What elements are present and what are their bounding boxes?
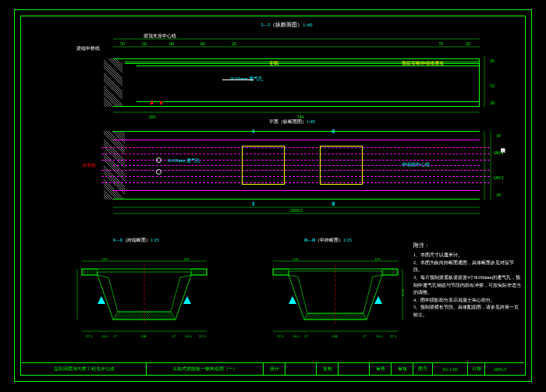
water-mark: 水准桩 bbox=[82, 162, 96, 169]
svg-text:17: 17 bbox=[172, 334, 176, 338]
svg-text:20: 20 bbox=[490, 101, 495, 105]
note-3: 3、每片预制梁底板需设置4个Φ100mm的通气孔，预制中通气孔钢筋与节段内部有冲… bbox=[413, 274, 523, 297]
vent-hole bbox=[156, 169, 161, 175]
svg-text:70: 70 bbox=[438, 41, 443, 46]
svg-text:120: 120 bbox=[183, 257, 190, 261]
cross-section-2: Ⅲ—Ⅲ（中跨断面）1:25 120 120 37.5 10.5 17 158 1… bbox=[265, 242, 406, 343]
plan-seal-label: 伸缩缝中心线 bbox=[402, 161, 430, 168]
yellow-label-1: 变截 bbox=[269, 60, 278, 67]
svg-text:37.5: 37.5 bbox=[277, 334, 284, 338]
box-girder-1: 120 120 37.5 10.5 17 158 17 10.5 37.5 65… bbox=[74, 257, 214, 343]
svg-text:2000/2: 2000/2 bbox=[290, 208, 303, 213]
xsec1-title: Ⅱ—Ⅱ（跨端断面）1:25 bbox=[113, 237, 159, 244]
yellow-label-2: 预留变断伸缩缝通道 bbox=[402, 60, 444, 67]
svg-text:17: 17 bbox=[113, 334, 118, 338]
svg-text:30: 30 bbox=[142, 41, 147, 46]
red-marker bbox=[151, 101, 153, 104]
note-2: 2、本图为纵向跨断面通图，具体断面参见对应节段。 bbox=[413, 260, 523, 274]
box-girder-2: 120 120 37.5 10.5 17 158 17 10.5 37.5 65… bbox=[265, 257, 406, 343]
plan-bottom-dims: 2000/2 bbox=[113, 203, 480, 217]
svg-text:65.4: 65.4 bbox=[401, 289, 405, 296]
svg-text:梁顶支座中心线: 梁顶支座中心线 bbox=[144, 33, 176, 38]
svg-text:120: 120 bbox=[374, 257, 381, 261]
svg-text:120: 120 bbox=[292, 257, 299, 261]
side-label-left: 梁端中桥线 bbox=[76, 45, 100, 52]
svg-text:200: 200 bbox=[149, 115, 156, 119]
svg-text:10.5: 10.5 bbox=[376, 334, 383, 338]
svg-text:20: 20 bbox=[490, 58, 495, 63]
svg-text:10.5: 10.5 bbox=[185, 334, 192, 338]
svg-text:60: 60 bbox=[169, 41, 174, 46]
sheet-no: S5-1-05 bbox=[433, 363, 468, 375]
lbl-review: 审查 bbox=[370, 363, 392, 375]
lbl-date: 日期 bbox=[468, 363, 485, 375]
svg-text:37.5: 37.5 bbox=[390, 334, 397, 338]
svg-text:30: 30 bbox=[496, 192, 501, 197]
yellow-box-2 bbox=[320, 146, 363, 185]
top-dimensions: 50 30 60 60 20 70 20 梁顶支座中心线 bbox=[113, 33, 480, 53]
lbl-check: 复检 bbox=[317, 363, 339, 375]
plan-view: 平面（纵断面图）1:40 Φ100mm 通气孔 伸缩缝中心线 水准桩 Ⅱ Ⅱ Ⅲ… bbox=[113, 125, 480, 214]
svg-text:37.5: 37.5 bbox=[86, 334, 93, 338]
svg-text:50: 50 bbox=[120, 41, 125, 46]
svg-text:52: 52 bbox=[490, 83, 495, 88]
lbl-sheet: 图号 bbox=[413, 363, 433, 375]
red-marker bbox=[160, 101, 162, 104]
elev-right-dims: 20 52 20 bbox=[481, 56, 505, 111]
plan-right-dims: 30 180/2 180/2 30 bbox=[481, 131, 505, 201]
vent-hole bbox=[156, 157, 161, 163]
notes-title: 附注： bbox=[413, 242, 523, 250]
svg-text:10.5: 10.5 bbox=[292, 334, 300, 338]
drawing-name: 头装式梁腹板一般构造图（一） bbox=[147, 363, 264, 375]
svg-text:37.5: 37.5 bbox=[199, 334, 206, 338]
svg-text:20: 20 bbox=[466, 41, 470, 46]
lbl-approve: 审核 bbox=[392, 363, 413, 375]
svg-text:158: 158 bbox=[140, 334, 147, 338]
svg-text:17: 17 bbox=[304, 334, 309, 338]
svg-text:180/2: 180/2 bbox=[493, 175, 504, 180]
svg-text:17: 17 bbox=[363, 334, 367, 338]
yellow-box-1 bbox=[242, 146, 285, 185]
svg-text:158: 158 bbox=[332, 334, 338, 338]
note-1: 1、本图尺寸以厘米计。 bbox=[413, 252, 523, 260]
section-mark-2: Ⅱ bbox=[252, 129, 254, 135]
elevation-view: Ⅰ—ⅠⅠ—Ⅰ（纵断面图）1:40（纵断面图）1:40 50 30 60 60 2… bbox=[113, 23, 480, 117]
notes-block: 附注： 1、本图尺寸以厘米计。 2、本图为纵向跨断面通图，具体断面参见对应节段。… bbox=[413, 242, 523, 320]
svg-text:180/2: 180/2 bbox=[493, 150, 504, 155]
cross-section-1: Ⅱ—Ⅱ（跨端断面）1:25 120 120 37.5 10.5 17 158 1… bbox=[74, 242, 214, 343]
svg-text:30: 30 bbox=[496, 133, 501, 138]
section-mark-3: Ⅲ bbox=[332, 129, 335, 135]
date-val: 2003.5 bbox=[485, 363, 515, 375]
xsec2-title: Ⅲ—Ⅲ（中跨断面）1:25 bbox=[304, 237, 352, 244]
svg-text:120: 120 bbox=[101, 257, 108, 261]
plan-title: 平面（纵断面图）1:40 bbox=[269, 118, 315, 125]
elevation-title: Ⅰ—ⅠⅠ—Ⅰ（纵断面图）1:40（纵断面图）1:40 bbox=[261, 21, 312, 29]
vent-arrow bbox=[222, 79, 254, 80]
title-block: 岳阳洞庭湖大桥工程北岸公路 头装式梁腹板一般构造图（一） 设计 复检 审查 审核… bbox=[22, 362, 524, 375]
svg-text:10.5: 10.5 bbox=[101, 334, 108, 338]
vent-label-plan: Φ100mm 通气孔 bbox=[168, 157, 200, 164]
svg-text:20: 20 bbox=[232, 41, 236, 46]
project-name: 岳阳洞庭湖大桥工程北岸公路 bbox=[22, 363, 147, 375]
note-4: 4、图中阴影部分表示混凝土实心部分。 bbox=[413, 297, 523, 305]
svg-text:60: 60 bbox=[200, 41, 205, 46]
lbl-design: 设计 bbox=[264, 363, 285, 375]
svg-text:65.4: 65.4 bbox=[74, 289, 75, 296]
note-5: 5、预制梁横长节段、具体配筋图，请参见跨第一页附注。 bbox=[413, 304, 523, 319]
